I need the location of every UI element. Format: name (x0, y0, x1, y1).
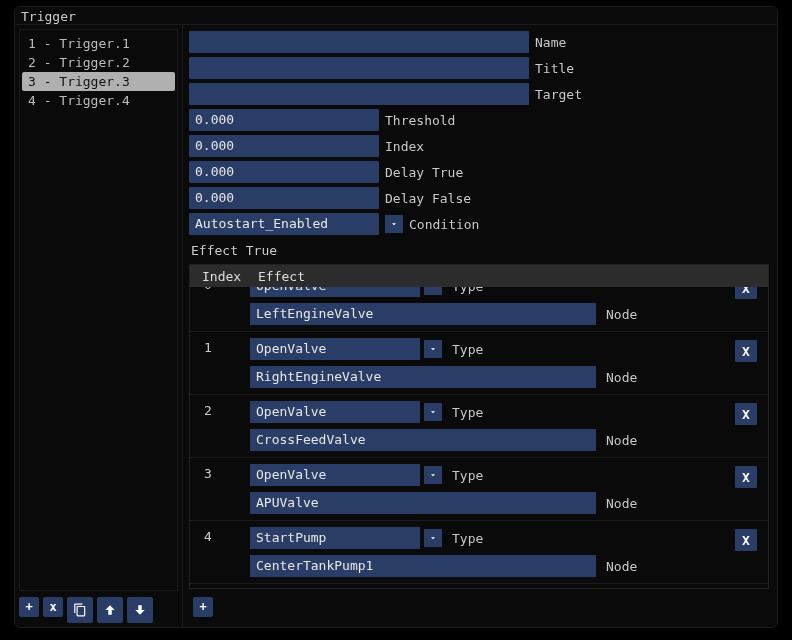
trigger-list-item[interactable]: 2 - Trigger.2 (22, 53, 175, 72)
window-title: Trigger (15, 7, 777, 25)
effect-index: 3 (194, 464, 250, 514)
dropdown-arrow-icon[interactable] (424, 340, 442, 358)
title-label: Title (535, 61, 574, 76)
effect-node-label: Node (600, 496, 637, 511)
effect-type-dropdown[interactable]: OpenValve (250, 401, 420, 423)
effects-column-effect: Effect (254, 269, 732, 284)
condition-label: Condition (409, 217, 479, 232)
trigger-editor-window: Trigger 1 - Trigger.12 - Trigger.23 - Tr… (14, 6, 778, 628)
index-field[interactable]: 0.000 (189, 135, 379, 157)
effect-node-label: Node (600, 433, 637, 448)
threshold-field[interactable]: 0.000 (189, 109, 379, 131)
add-trigger-button[interactable]: + (19, 597, 39, 617)
effects-header: Index Effect (190, 265, 768, 287)
effect-fields: OpenValveTypeRightEngineValveNode (250, 338, 728, 388)
effect-row: 2OpenValveTypeCrossFeedValveNodeX (190, 395, 768, 458)
effect-node-label: Node (600, 307, 637, 322)
effect-index: 2 (194, 401, 250, 451)
effect-node-field[interactable]: CrossFeedValve (250, 429, 596, 451)
effect-type-label: Type (446, 405, 483, 420)
move-up-button[interactable] (97, 597, 123, 623)
dropdown-arrow-icon[interactable] (424, 529, 442, 547)
name-field[interactable] (189, 31, 529, 53)
effect-fields: OpenValveTypeCrossFeedValveNode (250, 401, 728, 451)
effect-index: 0 (194, 287, 250, 325)
target-field[interactable] (189, 83, 529, 105)
copy-trigger-button[interactable] (67, 597, 93, 623)
effect-row: 1OpenValveTypeRightEngineValveNodeX (190, 332, 768, 395)
delete-effect-button[interactable]: X (735, 340, 757, 362)
condition-dropdown[interactable]: Autostart_Enabled (189, 213, 379, 235)
sidebar-buttons: + x (19, 591, 178, 623)
trigger-list-item[interactable]: 3 - Trigger.3 (22, 72, 175, 91)
effect-node-label: Node (600, 559, 637, 574)
effect-type-dropdown[interactable]: OpenValve (250, 338, 420, 360)
target-label: Target (535, 87, 582, 102)
effect-type-dropdown[interactable]: OpenValve (250, 287, 420, 297)
window-body: 1 - Trigger.12 - Trigger.23 - Trigger.34… (15, 25, 777, 627)
effect-node-field[interactable]: APUValve (250, 492, 596, 514)
effect-node-label: Node (600, 370, 637, 385)
effects-section-title: Effect True (189, 239, 769, 260)
delay-false-label: Delay False (385, 191, 471, 206)
dropdown-arrow-icon[interactable] (424, 466, 442, 484)
effect-type-label: Type (446, 287, 483, 294)
effect-index: 1 (194, 338, 250, 388)
title-field[interactable] (189, 57, 529, 79)
effect-type-label: Type (446, 468, 483, 483)
condition-dropdown-arrow[interactable] (385, 215, 403, 233)
delay-true-label: Delay True (385, 165, 463, 180)
move-down-button[interactable] (127, 597, 153, 623)
trigger-list: 1 - Trigger.12 - Trigger.23 - Trigger.34… (19, 29, 178, 591)
effect-type-dropdown[interactable]: OpenValve (250, 464, 420, 486)
effect-fields: OpenValveTypeAPUValveNode (250, 464, 728, 514)
condition-value: Autostart_Enabled (195, 213, 373, 235)
effect-fields: OpenValveTypeLeftEngineValveNode (250, 287, 728, 325)
delete-effect-button[interactable]: X (735, 403, 757, 425)
delay-true-field[interactable]: 0.000 (189, 161, 379, 183)
effect-row: 4StartPumpTypeCenterTankPump1NodeX (190, 521, 768, 584)
remove-trigger-button[interactable]: x (43, 597, 63, 617)
delete-effect-button[interactable]: X (735, 287, 757, 299)
delete-effect-button[interactable]: X (735, 529, 757, 551)
effect-type-label: Type (446, 342, 483, 357)
name-label: Name (535, 35, 566, 50)
delete-effect-button[interactable]: X (735, 466, 757, 488)
effects-scroll[interactable]: 0OpenValveTypeLeftEngineValveNodeX1OpenV… (190, 287, 768, 588)
delay-false-field[interactable]: 0.000 (189, 187, 379, 209)
effect-fields: StartPumpTypeCenterTankPump1Node (250, 527, 728, 577)
dropdown-arrow-icon[interactable] (424, 287, 442, 295)
effects-panel: Index Effect 0OpenValveTypeLeftEngineVal… (189, 264, 769, 589)
effect-node-field[interactable]: RightEngineValve (250, 366, 596, 388)
effect-index: 4 (194, 527, 250, 577)
effects-column-index: Index (190, 269, 254, 284)
effect-node-field[interactable]: CenterTankPump1 (250, 555, 596, 577)
effect-row: 3OpenValveTypeAPUValveNodeX (190, 458, 768, 521)
effect-type-dropdown[interactable]: StartPump (250, 527, 420, 549)
index-label: Index (385, 139, 424, 154)
dropdown-arrow-icon[interactable] (424, 403, 442, 421)
effect-node-field[interactable]: LeftEngineValve (250, 303, 596, 325)
trigger-properties-panel: Name Title Target 0.000 Threshold 0.000 … (183, 25, 777, 627)
trigger-list-item[interactable]: 1 - Trigger.1 (22, 34, 175, 53)
add-effect-button[interactable]: + (193, 597, 213, 617)
effect-row: 0OpenValveTypeLeftEngineValveNodeX (190, 287, 768, 332)
effect-type-label: Type (446, 531, 483, 546)
trigger-list-sidebar: 1 - Trigger.12 - Trigger.23 - Trigger.34… (15, 25, 183, 627)
trigger-list-item[interactable]: 4 - Trigger.4 (22, 91, 175, 110)
threshold-label: Threshold (385, 113, 455, 128)
